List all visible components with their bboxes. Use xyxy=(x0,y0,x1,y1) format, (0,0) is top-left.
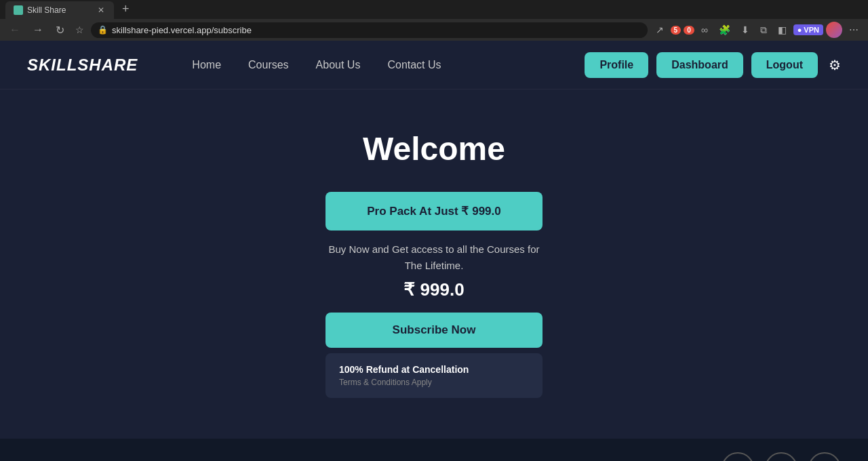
nav-item-courses[interactable]: Courses xyxy=(248,59,289,71)
nav-item-home[interactable]: Home xyxy=(192,59,221,71)
profile-button[interactable]: Profile xyxy=(585,52,648,78)
price-display: ₹ 999.0 xyxy=(326,279,542,300)
smiley-icon[interactable]: ☺ xyxy=(808,452,841,461)
nav-link-about[interactable]: About Us xyxy=(316,59,361,71)
sidebar-button[interactable]: ◧ xyxy=(774,22,791,38)
copilot-button[interactable]: ∞ xyxy=(697,22,712,38)
new-tab-button[interactable]: + xyxy=(117,0,135,18)
subscription-card: Pro Pack At Just ₹ 999.0 Buy Now and Get… xyxy=(326,192,542,398)
buy-info-line1: Buy Now and Get access to all the Course… xyxy=(329,243,540,255)
subscribe-button[interactable]: Subscribe Now xyxy=(326,313,542,348)
refund-box: 100% Refund at Cancellation Terms & Cond… xyxy=(326,353,542,398)
browser-toolbar: ← → ↻ ☆ 🔒 skillshare-pied.vercel.app/sub… xyxy=(0,19,868,41)
nav-link-courses[interactable]: Courses xyxy=(248,59,289,71)
extensions-button[interactable]: 🧩 xyxy=(715,22,734,38)
refund-title: 100% Refund at Cancellation xyxy=(339,364,529,375)
pro-pack-banner: Pro Pack At Just ₹ 999.0 xyxy=(326,192,542,230)
nav-link-home[interactable]: Home xyxy=(192,59,221,71)
nav-buttons: Profile Dashboard Logout ⚙ xyxy=(585,52,841,78)
extension-badge-1[interactable]: 5 xyxy=(671,26,682,35)
linkedin-icon[interactable]: in xyxy=(722,452,754,461)
reload-button[interactable]: ↻ xyxy=(52,21,68,39)
dashboard-button[interactable]: Dashboard xyxy=(656,52,743,78)
active-tab[interactable]: Skill Share ✕ xyxy=(5,1,114,19)
share-button[interactable]: ↗ xyxy=(652,22,668,38)
buy-info-line2: The Lifetime. xyxy=(405,260,464,271)
url-text: skillshare-pied.vercel.app/subscribe xyxy=(112,25,641,35)
bookmark-button[interactable]: ☆ xyxy=(73,22,87,38)
logout-button[interactable]: Logout xyxy=(751,52,818,78)
buy-info-text: Buy Now and Get access to all the Course… xyxy=(326,241,542,274)
nav-link-contact[interactable]: Contact Us xyxy=(387,59,441,71)
browser-menu-button[interactable]: ⋯ xyxy=(845,22,863,38)
browser-chrome: Skill Share ✕ + ← → ↻ ☆ 🔒 skillshare-pie… xyxy=(0,0,868,41)
app-navbar: SkillShare Home Courses About Us Contact… xyxy=(0,41,868,89)
tab-close-button[interactable]: ✕ xyxy=(96,5,106,15)
skull-icon[interactable]: ☠ xyxy=(765,452,797,461)
toolbar-right: ↗ 5 0 ∞ 🧩 ⬇ ⧉ ◧ ● VPN ⋯ xyxy=(652,22,863,39)
forward-button[interactable]: → xyxy=(28,21,47,39)
tab-favicon xyxy=(14,5,23,15)
back-button[interactable]: ← xyxy=(5,21,24,39)
footer: All Rights Reserved in ☠ ☺ xyxy=(0,439,868,461)
welcome-title: Welcome xyxy=(363,130,505,167)
main-content: Welcome Pro Pack At Just ₹ 999.0 Buy Now… xyxy=(0,89,868,439)
nav-item-about[interactable]: About Us xyxy=(316,59,361,71)
browser-profile-avatar[interactable] xyxy=(826,22,842,38)
footer-icons: in ☠ ☺ xyxy=(722,452,841,461)
lock-icon: 🔒 xyxy=(98,25,108,35)
nav-item-contact[interactable]: Contact Us xyxy=(387,59,441,71)
refund-subtitle: Terms & Conditions Apply xyxy=(339,378,529,387)
address-bar[interactable]: 🔒 skillshare-pied.vercel.app/subscribe xyxy=(91,22,648,38)
vpn-badge[interactable]: ● VPN xyxy=(793,24,823,35)
app-logo: SkillShare xyxy=(27,56,138,75)
browser-tabs: Skill Share ✕ + xyxy=(0,0,868,19)
nav-links: Home Courses About Us Contact Us xyxy=(192,59,585,71)
download-button[interactable]: ⬇ xyxy=(737,22,753,38)
footer-copyright-text: All Rights Reserved xyxy=(27,458,207,461)
splitscreen-button[interactable]: ⧉ xyxy=(756,22,771,39)
page-wrapper: SkillShare Home Courses About Us Contact… xyxy=(0,41,868,461)
extension-badge-2[interactable]: 0 xyxy=(684,26,694,35)
settings-icon[interactable]: ⚙ xyxy=(829,57,841,73)
tab-title: Skill Share xyxy=(27,5,92,15)
